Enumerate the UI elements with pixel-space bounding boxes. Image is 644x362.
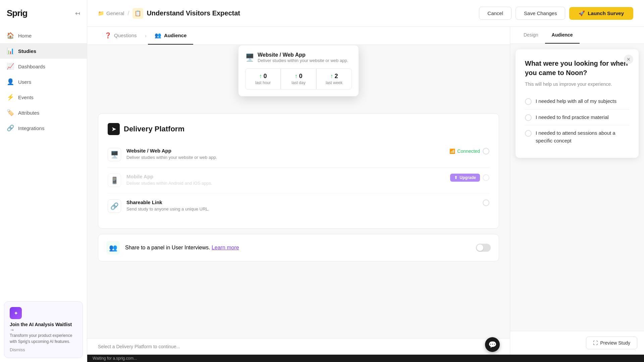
sidebar-logo: Sprig ↤: [0, 0, 87, 25]
mobile-radio[interactable]: [483, 174, 489, 181]
sidebar-item-users-label: Users: [18, 79, 31, 85]
ai-badge: ✦: [10, 307, 77, 319]
save-changes-button[interactable]: Save Changes: [516, 7, 565, 20]
integrations-icon: 🔗: [7, 124, 14, 132]
audience-tab-icon: 👥: [155, 32, 161, 39]
answer-text-2: I needed to attend sessions about a spec…: [536, 129, 629, 144]
toggle-knob: [477, 244, 483, 251]
mobile-platform-status: ⬆ Upgrade: [450, 174, 489, 182]
sidebar-item-dashboards-label: Dashboards: [18, 64, 45, 69]
shareable-platform-name: Shareable Link: [126, 199, 477, 205]
dismiss-button[interactable]: Dismiss: [10, 347, 77, 352]
dropdown-platform-icon: 🖥️: [245, 53, 254, 62]
questions-tab-label: Questions: [114, 33, 137, 38]
audience-scroll-area[interactable]: 🖥️ Website / Web App Deliver studies wit…: [87, 45, 510, 338]
close-preview-button[interactable]: ✕: [624, 55, 633, 64]
sidebar-item-integrations[interactable]: 🔗 Integrations: [0, 120, 87, 136]
attributes-icon: 🏷️: [7, 109, 14, 116]
platform-option-mobile[interactable]: 📱 Mobile App Deliver studies within Andr…: [108, 168, 489, 193]
ai-banner: ✦ Join the AI Analysis Waitlist → Transf…: [4, 301, 83, 358]
cancel-button[interactable]: Cancel: [479, 7, 512, 20]
stat-up-icon-2: ↑: [330, 73, 333, 80]
upgrade-badge[interactable]: ⬆ Upgrade: [450, 174, 480, 182]
topbar: 📁 General / 📋 Understand Visitors Expect…: [87, 0, 644, 27]
sidebar: Sprig ↤ 🏠 Home 📊 Studies 📈 Dashboards 👤 …: [0, 0, 87, 362]
sidebar-item-dashboards[interactable]: 📈 Dashboards: [0, 59, 87, 74]
platform-dropdown-popup: 🖥️ Website / Web App Deliver studies wit…: [238, 45, 359, 97]
dashboards-icon: 📈: [7, 63, 14, 70]
website-platform-info: Website / Web App Deliver studies within…: [126, 148, 444, 160]
launch-survey-button[interactable]: 🚀 Launch Survey: [569, 7, 633, 20]
delivery-header: ➤ Delivery Platform: [108, 123, 489, 135]
chat-icon: 💬: [488, 341, 497, 349]
preview-question: What were you looking for when you came …: [525, 59, 629, 77]
preview-footer: ⛶ Preview Study: [510, 331, 644, 355]
preview-study-button[interactable]: ⛶ Preview Study: [586, 337, 637, 349]
breadcrumb: 📁 General / 📋 Understand Visitors Expect…: [98, 8, 474, 19]
shareable-platform-icon: 🔗: [108, 199, 121, 213]
preview-study-label: Preview Study: [600, 340, 630, 346]
study-title: Understand Visitors Expectat: [147, 9, 240, 17]
answer-radio-0[interactable]: [525, 98, 532, 105]
preview-subtitle: This will help us improve your experienc…: [525, 81, 629, 87]
events-icon: ⚡: [7, 94, 14, 101]
right-panel: Design Audience ✕ What were you looking …: [510, 27, 644, 355]
right-tab-design[interactable]: Design: [517, 27, 545, 44]
collapse-sidebar-button[interactable]: ↤: [75, 10, 80, 17]
left-panel: ❓ Questions › 👥 Audience 🖥️ Website / We…: [87, 27, 510, 355]
answer-option-2[interactable]: I needed to attend sessions about a spec…: [525, 125, 629, 148]
tab-audience[interactable]: 👥 Audience: [148, 27, 194, 45]
dropdown-header: 🖥️ Website / Web App Deliver studies wit…: [245, 52, 352, 63]
chat-bubble-button[interactable]: 💬: [485, 337, 500, 352]
home-icon: 🏠: [7, 32, 14, 39]
panel-share-info: Share to a panel in User Interviews. Lea…: [125, 245, 471, 251]
sidebar-item-users[interactable]: 👤 Users: [0, 74, 87, 89]
ai-banner-desc: Transform your product experience with S…: [10, 333, 77, 345]
stat-last-hour-value: ↑ 0: [248, 73, 278, 80]
answer-text-1: I needed to find practice material: [536, 114, 609, 121]
sidebar-item-events[interactable]: ⚡ Events: [0, 89, 87, 105]
shareable-platform-info: Shareable Link Send study to anyone usin…: [126, 199, 477, 212]
sidebar-item-home[interactable]: 🏠 Home: [0, 28, 87, 43]
status-bar: Waiting for a.sprig.com...: [87, 355, 644, 362]
users-icon: 👤: [7, 78, 14, 85]
panel-share-toggle[interactable]: [476, 244, 491, 252]
website-platform-icon: 🖥️: [108, 148, 121, 161]
stat-up-icon-1: ↑: [294, 73, 298, 80]
answer-option-1[interactable]: I needed to find practice material: [525, 110, 629, 126]
questions-tab-icon: ❓: [105, 32, 111, 39]
tab-questions[interactable]: ❓ Questions: [98, 27, 144, 45]
learn-more-link[interactable]: Learn more: [212, 245, 239, 250]
delivery-nav-icon: ➤: [108, 123, 120, 135]
sidebar-item-studies[interactable]: 📊 Studies: [0, 43, 87, 59]
stat-last-day-label: last day: [284, 80, 313, 85]
ai-banner-title[interactable]: Join the AI Analysis Waitlist →: [10, 322, 77, 333]
ai-icon: ✦: [10, 307, 22, 319]
study-icon: 📋: [132, 8, 143, 19]
website-radio[interactable]: [483, 148, 489, 155]
platform-option-shareable[interactable]: 🔗 Shareable Link Send study to anyone us…: [108, 193, 489, 219]
stat-last-week: ↑ 2 last week: [316, 68, 352, 89]
answer-radio-1[interactable]: [525, 114, 532, 121]
shareable-platform-status: [483, 199, 489, 206]
answer-option-0[interactable]: I needed help with all of my subjects: [525, 94, 629, 110]
content-area: ❓ Questions › 👥 Audience 🖥️ Website / We…: [87, 27, 644, 355]
dropdown-title: Website / Web App: [258, 52, 348, 58]
breadcrumb-title: 📋 Understand Visitors Expectat: [132, 8, 240, 19]
shareable-radio[interactable]: [483, 199, 489, 206]
sidebar-item-attributes[interactable]: 🏷️ Attributes: [0, 105, 87, 120]
website-platform-status: 📶 Connected: [449, 148, 489, 155]
breadcrumb-separator: /: [127, 10, 129, 17]
answer-radio-2[interactable]: [525, 130, 532, 137]
audience-tab-label: Audience: [164, 33, 187, 38]
select-platform-text: Select a Delivery Platform to continue..…: [98, 344, 180, 349]
stat-last-week-value: ↑ 2: [319, 73, 349, 80]
logo-text: Sprig: [7, 8, 27, 18]
stat-last-day: ↑ 0 last day: [281, 68, 316, 89]
right-tab-audience[interactable]: Audience: [545, 27, 580, 44]
sidebar-item-events-label: Events: [18, 95, 34, 100]
preview-area[interactable]: ✕ What were you looking for when you cam…: [510, 44, 644, 331]
platform-option-website[interactable]: 🖥️ Website / Web App Deliver studies wit…: [108, 142, 489, 168]
sidebar-item-integrations-label: Integrations: [18, 125, 44, 131]
mobile-platform-info: Mobile App Deliver studies within Androi…: [126, 174, 445, 186]
